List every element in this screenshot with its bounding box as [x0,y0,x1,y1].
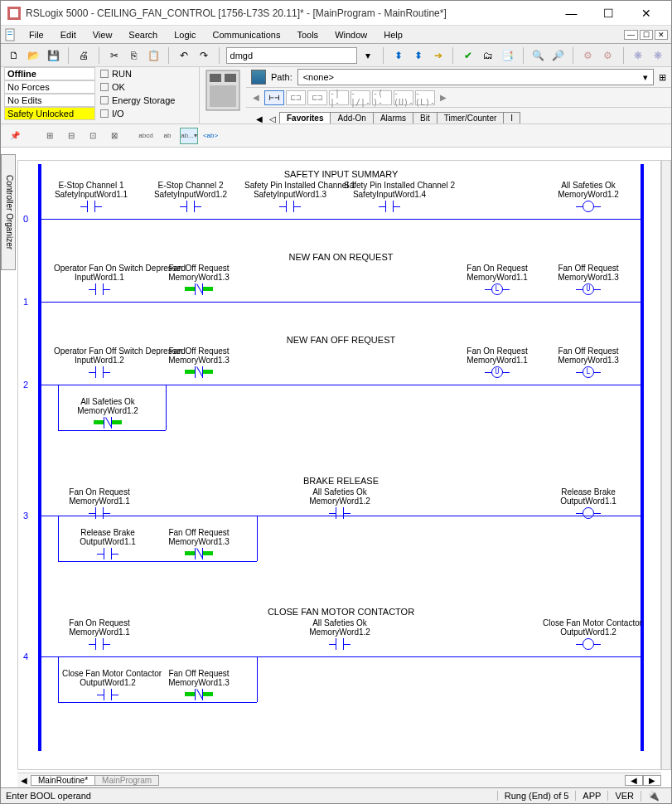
xio-element[interactable]: -|/|- [351,90,370,105]
edit3-icon[interactable]: ⊡ [84,128,102,144]
tool1-icon[interactable]: ⚙ [580,47,597,64]
maximize-button[interactable]: ☐ [590,2,627,25]
verify-icon[interactable]: ✔ [460,47,476,64]
instruction[interactable]: All Safeties Ok MemoryWord1.2 [543,181,634,212]
instruction[interactable]: Close Fan Motor Contactor OutputWord1.2 [62,669,153,700]
new-icon[interactable]: 🗋 [6,47,22,64]
menu-help[interactable]: Help [375,28,411,41]
menu-search[interactable]: Search [120,28,166,41]
instruction[interactable]: Safety Pin Installed Channel 1 SafetyInp… [244,181,336,212]
tool4-icon[interactable]: ❋ [650,47,666,64]
instruction[interactable]: All Safeties Ok MemoryWord1.2 [62,397,153,429]
rung-element[interactable]: ⊢⊣ [264,90,284,105]
instruction[interactable]: Operator Fan On Switch Depressed InputWo… [54,264,145,295]
menu-comm[interactable]: Communications [205,28,289,41]
menu-window[interactable]: Window [326,28,375,41]
otl-element[interactable]: -(L)- [415,90,435,105]
tool3-icon[interactable]: ❋ [631,47,647,64]
tabs-first[interactable]: ◀ [253,114,266,124]
tab-mainprogram[interactable]: MainProgram [94,775,159,786]
ab-icon[interactable]: ab [158,128,176,144]
vertical-scrollbar[interactable] [661,160,671,770]
copy-icon[interactable]: ⎘ [126,47,143,64]
tabs-nav-left[interactable]: ◀ [17,776,31,785]
dropdown-icon[interactable]: ▾ [360,47,377,64]
instruction[interactable]: Fan On Request MemoryWord1.1 U [452,346,543,378]
paste-icon[interactable]: 📋 [145,47,162,64]
cut-icon[interactable]: ✂ [106,47,123,64]
instruction[interactable]: E-Stop Channel 2 SafetyInputWord1.2 [145,181,236,212]
instruction[interactable]: Fan Off Request MemoryWord1.3 L [543,346,634,378]
instruction[interactable]: Fan Off Request MemoryWord1.3 [153,264,244,295]
rung-number[interactable]: 1 [23,297,28,307]
instruction[interactable]: Fan On Request MemoryWord1.1 [54,487,145,519]
edit2-icon[interactable]: ⊟ [62,128,80,144]
tab-bit[interactable]: Bit [413,112,438,124]
close-button[interactable]: ✕ [627,2,665,25]
instruction[interactable]: Fan On Request MemoryWord1.1 L [452,264,543,295]
open-icon[interactable]: 📂 [26,47,42,64]
instruction[interactable]: Close Fan Motor Contactor OutputWord1.2 [543,618,634,650]
tab-i[interactable]: I [503,112,520,124]
tab-favorites[interactable]: Favorites [279,112,331,124]
instruction[interactable]: Fan Off Request MemoryWord1.3 [153,528,244,559]
ab-sel-icon[interactable]: ab...▾ [180,128,198,144]
rung-number[interactable]: 3 [23,511,28,521]
instruction[interactable]: Fan On Request MemoryWord1.1 [54,618,145,650]
tab-addon[interactable]: Add-On [330,112,373,124]
find-next-icon[interactable]: ⬍ [390,47,407,64]
instruction[interactable]: Fan Off Request MemoryWord1.3 U [543,264,634,295]
branch2-element[interactable]: ⊏⊐ [307,90,327,105]
ote-element[interactable]: -( )- [372,90,392,105]
xic-element[interactable]: -| |- [329,90,349,105]
find-prev-icon[interactable]: ⬍ [410,47,427,64]
tabs-prev[interactable]: ◁ [266,114,279,124]
instruction[interactable]: E-Stop Channel 1 SafetyInputWord1.1 [46,181,137,212]
browse-path-icon[interactable]: ⊞ [659,72,666,83]
nav-right-icon[interactable]: ▶ [440,93,447,102]
mdi-max[interactable]: ☐ [640,30,653,40]
zoom-out-icon[interactable]: 🔎 [549,47,566,64]
menu-tools[interactable]: Tools [288,28,326,41]
tab-alarms[interactable]: Alarms [373,112,413,124]
tab-mainroutine[interactable]: MainRoutine* [31,775,95,786]
menu-view[interactable]: View [85,28,121,41]
instruction[interactable]: Fan Off Request MemoryWord1.3 [153,669,244,700]
mdi-close[interactable]: ✕ [655,30,668,40]
otu-element[interactable]: -(U)- [394,90,413,105]
tool2-icon[interactable]: ⚙ [600,47,616,64]
goto-icon[interactable]: ➔ [430,47,447,64]
menu-file[interactable]: File [21,28,52,41]
instruction[interactable]: Operator Fan Off Switch Depressed InputW… [54,346,145,378]
edit4-icon[interactable]: ⊠ [105,128,123,144]
instruction[interactable]: Release Brake OutputWord1.1 [543,487,634,519]
save-icon[interactable]: 💾 [45,47,61,64]
zoom-in-icon[interactable]: 🔍 [530,47,547,64]
ladder-editor[interactable]: SAFETY INPUT SUMMARY0 E-Stop Channel 1 S… [17,160,661,770]
instruction[interactable]: Fan Off Request MemoryWord1.3 [153,346,244,378]
rung-number[interactable]: 2 [23,380,28,390]
instruction[interactable]: All Safeties Ok MemoryWord1.2 [294,487,385,519]
instruction[interactable]: All Safeties Ok MemoryWord1.2 [294,618,385,650]
print-icon[interactable]: 🖨 [75,47,92,64]
rung-number[interactable]: 4 [23,651,28,661]
minimize-button[interactable]: — [553,2,590,25]
hscroll-right[interactable]: ▶ [643,775,661,786]
undo-icon[interactable]: ↶ [176,47,192,64]
pin-icon[interactable]: 📌 [6,128,24,144]
ab2-icon[interactable]: <ab> [201,128,220,144]
redo-icon[interactable]: ↷ [196,47,212,64]
tab-timer[interactable]: Timer/Counter [437,112,505,124]
instruction[interactable]: Safety Pin Installed Channel 2 SafetyInp… [344,181,435,212]
branch-element[interactable]: ⊏⊐ [286,90,306,105]
path-input[interactable]: <none>▾ [297,69,654,85]
abcd-icon[interactable]: abcd [137,128,155,144]
edit1-icon[interactable]: ⊞ [41,128,59,144]
hscroll-left[interactable]: ◀ [625,775,643,786]
instruction[interactable]: Release Brake OutputWord1.1 [62,528,153,559]
quick-search-input[interactable] [226,47,357,64]
mdi-min[interactable]: — [624,30,638,40]
props-icon[interactable]: 📑 [500,47,516,64]
rung-number[interactable]: 0 [23,214,28,224]
menu-logic[interactable]: Logic [166,28,204,41]
